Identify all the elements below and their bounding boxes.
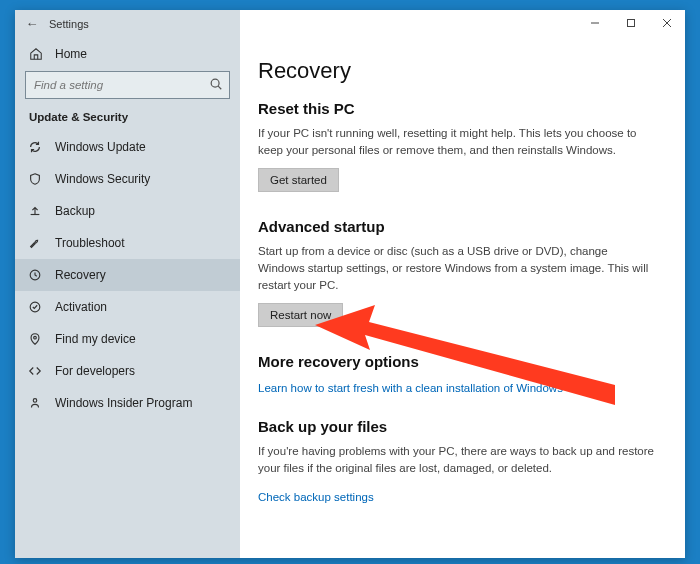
- sidebar-section-label: Update & Security: [15, 107, 240, 129]
- sidebar-item-label: Backup: [55, 204, 230, 218]
- sidebar-item-insider-program[interactable]: Windows Insider Program: [15, 387, 240, 419]
- sidebar-item-backup[interactable]: Backup: [15, 195, 240, 227]
- advanced-startup-description: Start up from a device or disc (such as …: [258, 243, 657, 293]
- svg-point-0: [211, 79, 219, 87]
- sidebar-item-windows-security[interactable]: Windows Security: [15, 163, 240, 195]
- sidebar-item-recovery[interactable]: Recovery: [15, 259, 240, 291]
- restart-now-button[interactable]: Restart now: [258, 303, 343, 327]
- start-fresh-link[interactable]: Learn how to start fresh with a clean in…: [258, 382, 563, 394]
- page-title: Recovery: [258, 58, 657, 84]
- sidebar-item-label: Activation: [55, 300, 230, 314]
- location-icon: [27, 331, 43, 347]
- sidebar-item-activation[interactable]: Activation: [15, 291, 240, 323]
- check-backup-link[interactable]: Check backup settings: [258, 491, 374, 503]
- sidebar: ← Settings Home: [15, 10, 240, 558]
- svg-rect-7: [628, 20, 635, 27]
- sidebar-item-label: Windows Update: [55, 140, 230, 154]
- svg-point-5: [33, 399, 37, 403]
- backup-heading: Back up your files: [258, 418, 657, 435]
- search-box[interactable]: [25, 71, 230, 99]
- developer-icon: [27, 363, 43, 379]
- backup-description: If you're having problems with your PC, …: [258, 443, 657, 476]
- shield-icon: [27, 171, 43, 187]
- sync-icon: [27, 139, 43, 155]
- settings-window: ← Settings Home: [15, 10, 685, 558]
- minimize-button[interactable]: [577, 10, 613, 36]
- reset-heading: Reset this PC: [258, 100, 657, 117]
- wrench-icon: [27, 235, 43, 251]
- sidebar-item-for-developers[interactable]: For developers: [15, 355, 240, 387]
- sidebar-item-label: For developers: [55, 364, 230, 378]
- home-nav[interactable]: Home: [15, 39, 240, 67]
- titlebar: ← Settings: [15, 10, 240, 33]
- content-pane: Recovery Reset this PC If your PC isn't …: [240, 10, 685, 558]
- sidebar-item-label: Windows Insider Program: [55, 396, 230, 410]
- search-input[interactable]: [32, 78, 209, 92]
- sidebar-item-label: Windows Security: [55, 172, 230, 186]
- backup-icon: [27, 203, 43, 219]
- app-title: Settings: [49, 18, 89, 30]
- recovery-icon: [27, 267, 43, 283]
- sidebar-item-label: Recovery: [55, 268, 230, 282]
- close-button[interactable]: [649, 10, 685, 36]
- more-recovery-heading: More recovery options: [258, 353, 657, 370]
- window-controls: [577, 10, 685, 36]
- home-label: Home: [55, 47, 87, 61]
- svg-point-4: [34, 336, 37, 339]
- reset-description: If your PC isn't running well, resetting…: [258, 125, 657, 158]
- svg-line-1: [218, 86, 221, 89]
- get-started-button[interactable]: Get started: [258, 168, 339, 192]
- search-icon: [209, 77, 223, 94]
- sidebar-item-troubleshoot[interactable]: Troubleshoot: [15, 227, 240, 259]
- insider-icon: [27, 395, 43, 411]
- maximize-button[interactable]: [613, 10, 649, 36]
- sidebar-item-label: Troubleshoot: [55, 236, 230, 250]
- sidebar-nav: Windows Update Windows Security: [15, 131, 240, 419]
- back-icon[interactable]: ←: [23, 16, 41, 31]
- sidebar-item-windows-update[interactable]: Windows Update: [15, 131, 240, 163]
- sidebar-item-label: Find my device: [55, 332, 230, 346]
- search-wrap: [15, 67, 240, 107]
- home-icon: [27, 47, 45, 61]
- advanced-startup-heading: Advanced startup: [258, 218, 657, 235]
- sidebar-item-find-my-device[interactable]: Find my device: [15, 323, 240, 355]
- desktop-background: ← Settings Home: [0, 0, 700, 564]
- check-circle-icon: [27, 299, 43, 315]
